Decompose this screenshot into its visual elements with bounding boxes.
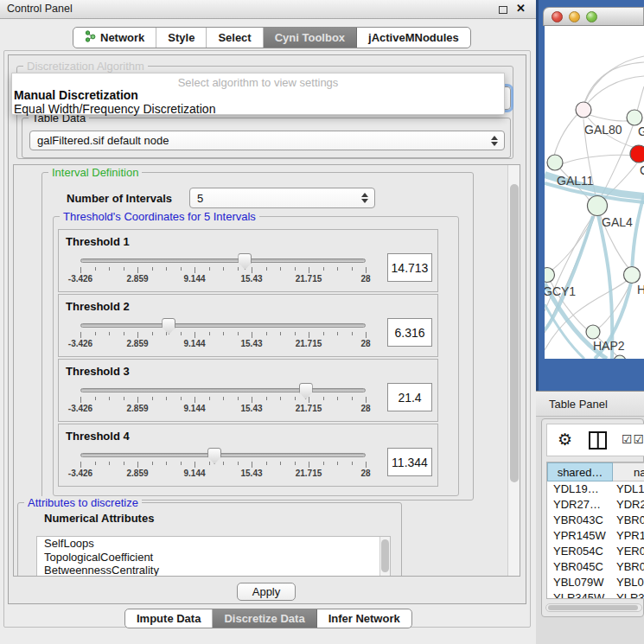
threshold-1-box: Threshold 1-3.4262.8599.14415.4321.71528…: [58, 229, 438, 292]
column-header-name[interactable]: na: [613, 462, 644, 481]
number-of-intervals-combo[interactable]: 5: [189, 188, 375, 208]
table-row[interactable]: YBR043CYBR0: [547, 513, 644, 528]
network-canvas[interactable]: GAL80GACGAL11GAL4GCY1HHAP2: [545, 26, 644, 359]
node-label-c: C: [640, 163, 644, 177]
numerical-attributes-list[interactable]: SelfLoopsTopologicalCoefficientBetweenne…: [36, 536, 391, 577]
table-row[interactable]: YPR145WYPR1: [547, 528, 644, 544]
thresholds-group: Threshold's Coordinates for 5 Intervals …: [53, 216, 459, 496]
table-row[interactable]: YBR045CYBR0: [547, 559, 644, 575]
cell-shared-name: YBR045C: [547, 559, 613, 575]
node-label-gal11: GAL11: [557, 174, 594, 188]
network-node[interactable]: [576, 102, 591, 118]
tick-label: 21.715: [296, 274, 322, 284]
tab-label: Select: [218, 31, 251, 44]
node-label-ga: GA: [638, 124, 644, 138]
tick-label: 9.144: [183, 404, 205, 413]
cell-name: YBL0: [613, 575, 644, 590]
tick-label: 21.715: [296, 339, 322, 348]
tab-label: jActiveMNodules: [368, 31, 459, 44]
threshold-slider-track[interactable]: [80, 258, 366, 263]
threshold-value-field[interactable]: 6.316: [387, 318, 432, 347]
control-panel-titlebar: Control Panel ✕: [0, 0, 536, 19]
tab-label: Impute Data: [137, 612, 201, 625]
tab-jactivemnodules[interactable]: jActiveMNodules: [357, 28, 470, 48]
tick-label: 21.715: [296, 404, 322, 413]
attributes-scrollbar[interactable]: [379, 537, 390, 576]
network-node[interactable]: [627, 110, 642, 125]
network-node[interactable]: [547, 155, 563, 170]
attribute-item[interactable]: SelfLoops: [37, 537, 390, 551]
network-node[interactable]: [630, 145, 644, 163]
algorithm-combo-hint: Select algorithm to view settings: [12, 76, 504, 89]
close-icon[interactable]: ✕: [516, 2, 526, 15]
network-node[interactable]: [586, 325, 600, 339]
cell-shared-name: YER054C: [547, 544, 613, 559]
apply-button[interactable]: Apply: [237, 583, 296, 601]
minimize-traffic-light-icon[interactable]: [569, 11, 580, 22]
popup-item-equal-width-frequency-discretization[interactable]: Equal Width/Frequency Discretization: [14, 102, 215, 116]
cell-shared-name: YDL19…: [547, 481, 613, 497]
network-node[interactable]: [545, 268, 555, 283]
table-row[interactable]: YLR345WYLR3: [547, 590, 644, 599]
threshold-value-field[interactable]: 14.713: [387, 253, 432, 282]
tab-network[interactable]: Network: [73, 28, 156, 48]
threshold-slider-track[interactable]: [80, 323, 366, 328]
tab-label: Discretize Data: [224, 612, 304, 625]
columns-icon[interactable]: [589, 431, 607, 450]
threshold-slider-track[interactable]: [80, 453, 366, 457]
column-header-shared-name[interactable]: shared…: [547, 462, 613, 481]
threshold-slider-track[interactable]: [80, 388, 366, 392]
number-of-intervals-value: 5: [197, 192, 203, 205]
tick-label: -3.426: [68, 404, 92, 413]
table-row[interactable]: YER054CYER0: [547, 544, 644, 559]
cell-name: YBR0: [613, 513, 644, 528]
tab-label: Style: [168, 31, 194, 44]
select-columns-icon[interactable]: ☑☑: [622, 432, 644, 446]
cell-name: YLR3: [613, 590, 644, 599]
tick-label: 2.859: [126, 469, 148, 478]
node-label-h: H: [637, 283, 644, 296]
network-node[interactable]: [614, 355, 626, 359]
right-panel: GAL80GACGAL11GAL4GCY1HHAP2 Table Panel ⚙…: [536, 0, 644, 644]
network-node[interactable]: [588, 196, 608, 216]
close-traffic-light-icon[interactable]: [552, 11, 563, 22]
table-data-group: Table Data galFiltered.sif default node: [22, 118, 511, 158]
settings-vertical-scrollbar[interactable]: [507, 165, 520, 576]
gear-icon[interactable]: ⚙: [558, 430, 572, 450]
tick-label: 28: [360, 469, 370, 478]
network-graph: GAL80GACGAL11GAL4GCY1HHAP2: [545, 26, 644, 359]
table-row[interactable]: YDR27…YDR2: [547, 497, 644, 513]
network-window-frame: GAL80GACGAL11GAL4GCY1HHAP2: [536, 0, 644, 391]
attribute-item[interactable]: TopologicalCoefficient: [37, 551, 390, 564]
table-panel-titlebar: Table Panel: [536, 391, 644, 417]
table-row[interactable]: YBL079WYBL0: [547, 575, 644, 590]
slider-tick-labels: -3.4262.8599.14415.4321.71528: [80, 469, 366, 479]
table-horizontal-scrollbar[interactable]: [545, 603, 642, 612]
popup-item-manual-discretization[interactable]: Manual Discretization: [14, 88, 138, 102]
threshold-value-field[interactable]: 11.344: [387, 448, 432, 476]
network-edge: [554, 111, 581, 156]
network-edge: [585, 76, 644, 106]
apply-button-label: Apply: [252, 585, 281, 598]
threshold-label: Threshold 2: [66, 300, 130, 313]
float-window-icon[interactable]: [499, 6, 507, 14]
network-node[interactable]: [624, 267, 641, 284]
attribute-item[interactable]: BetweennessCentrality: [37, 564, 390, 577]
table-row[interactable]: YDL19…YDL1: [547, 481, 644, 497]
threshold-4-box: Threshold 4-3.4262.8599.14415.4321.71528…: [58, 424, 438, 487]
bottom-tab-impute-data[interactable]: Impute Data: [125, 609, 213, 628]
threshold-value-field[interactable]: 21.4: [387, 383, 432, 411]
network-edge: [561, 155, 634, 164]
threshold-label: Threshold 1: [66, 235, 130, 248]
bottom-tab-discretize-data[interactable]: Discretize Data: [213, 609, 316, 628]
node-table[interactable]: shared… na YDL19…YDL1YDR27…YDR2YBR043CYB…: [546, 462, 644, 599]
combo-arrows-icon: [360, 188, 369, 207]
bottom-tab-infer-network[interactable]: Infer Network: [317, 609, 411, 628]
tab-style[interactable]: Style: [156, 28, 207, 48]
tab-cyni-toolbox[interactable]: Cyni Toolbox: [264, 28, 357, 48]
tab-select[interactable]: Select: [207, 28, 263, 48]
control-panel: Control Panel ✕ NetworkStyleSelectCyni T…: [0, 0, 536, 644]
zoom-traffic-light-icon[interactable]: [586, 11, 597, 22]
table-data-combo[interactable]: galFiltered.sif default node: [29, 131, 505, 150]
table-panel-container: ⚙ ☑☑ shared… na YDL19…YDL1YDR27…YDR2YBR0…: [541, 418, 644, 617]
